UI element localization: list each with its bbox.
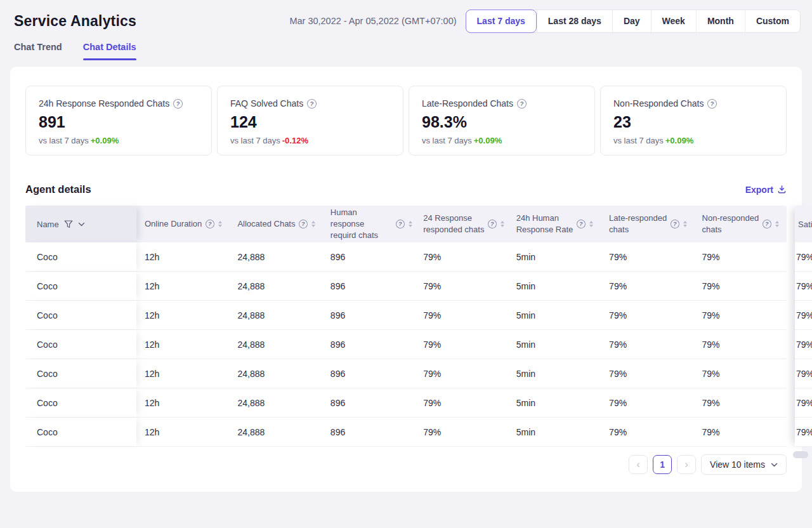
table-cell: 24,888: [229, 359, 322, 388]
range-button-month[interactable]: Month: [696, 10, 745, 32]
column-header[interactable]: 24h HumanResponse Rate?: [508, 206, 601, 242]
table-cell: 79%: [694, 330, 787, 359]
stat-cards-row: 24h Response Responded Chats ? 891 vs la…: [25, 86, 787, 155]
range-button-custom[interactable]: Custom: [745, 10, 800, 32]
help-icon[interactable]: ?: [395, 219, 405, 229]
column-header[interactable]: 24 Responseresponded chats?: [415, 206, 508, 242]
export-label: Export: [745, 185, 773, 195]
page-size-select[interactable]: View 10 items: [701, 454, 787, 475]
help-icon[interactable]: ?: [487, 219, 497, 229]
table-cell: 79%: [694, 388, 787, 417]
date-range-label: Mar 30,2022 - Apr 05,2022 (GMT+07:00): [289, 16, 456, 26]
prev-page-button[interactable]: ‹: [629, 455, 648, 474]
sort-icon[interactable]: [501, 221, 504, 227]
help-icon[interactable]: ?: [670, 219, 680, 229]
table-cell: 24,888: [229, 330, 322, 359]
table-cell: 79%: [415, 242, 508, 271]
date-range-button-group: Last 7 days Last 28 days Day Week Month …: [466, 10, 801, 33]
chevron-down-icon[interactable]: [78, 222, 85, 227]
next-page-button[interactable]: ›: [677, 455, 696, 474]
agent-name-cell: Coco: [25, 330, 136, 359]
column-header-label: Non-respondedchats: [702, 213, 759, 235]
help-icon[interactable]: ?: [707, 98, 717, 109]
table-cell: 5min: [508, 359, 601, 388]
help-icon[interactable]: ?: [516, 98, 527, 109]
stat-delta: +0.09%: [474, 136, 502, 145]
stat-card-faq-solved: FAQ Solved Chats ? 124 vs last 7 days-0.…: [217, 86, 403, 155]
horizontal-scrollbar-thumb[interactable]: [793, 451, 808, 458]
column-header[interactable]: Online Duration?: [136, 206, 229, 242]
table-cell: 896: [322, 242, 415, 271]
table-header-row: Name Online Duration?Allocated Chats?Hum…: [25, 206, 787, 242]
satisfaction-cell: 79%: [795, 418, 812, 447]
help-icon[interactable]: ?: [205, 219, 215, 229]
table-cell: 79%: [415, 388, 508, 417]
column-header[interactable]: Non-respondedchats?: [694, 206, 787, 242]
stat-card-label: Late-Responded Chats: [422, 98, 513, 109]
download-icon: [777, 185, 787, 194]
sort-icon[interactable]: [775, 221, 779, 227]
pagination: ‹ 1 › View 10 items: [25, 454, 787, 475]
sort-icon[interactable]: [218, 221, 222, 227]
sort-icon[interactable]: [409, 221, 412, 227]
column-header-label: Allocated Chats: [237, 218, 295, 230]
satisfaction-cell: 79%: [795, 242, 812, 272]
range-button-day[interactable]: Day: [612, 10, 651, 32]
stat-compare-label: vs last 7 days: [39, 136, 89, 145]
sort-icon[interactable]: [589, 221, 593, 227]
sort-icon[interactable]: [683, 221, 687, 227]
range-button-last-28-days[interactable]: Last 28 days: [537, 10, 612, 32]
table-cell: 79%: [694, 242, 787, 271]
main-panel: 24h Response Responded Chats ? 891 vs la…: [10, 67, 802, 492]
table-cell: 79%: [694, 301, 787, 329]
stat-card-label: 24h Response Responded Chats: [39, 98, 169, 109]
stat-card-value: 23: [613, 113, 773, 131]
table-cell: 79%: [601, 330, 693, 359]
table-cell: 79%: [694, 418, 787, 446]
table-cell: 79%: [415, 272, 508, 300]
table-cell: 79%: [415, 418, 508, 446]
range-button-week[interactable]: Week: [651, 10, 696, 32]
help-icon[interactable]: ?: [306, 98, 317, 109]
range-button-last-7-days[interactable]: Last 7 days: [466, 10, 537, 33]
column-header[interactable]: Late-respondedchats?: [601, 206, 693, 242]
column-header-satisfaction[interactable]: Satis: [795, 206, 812, 242]
chevron-down-icon: [771, 463, 778, 467]
agent-name-cell: Coco: [25, 272, 136, 300]
table-cell: 79%: [601, 418, 693, 446]
help-icon[interactable]: ?: [173, 98, 183, 109]
tab-chat-trend[interactable]: Chat Trend: [14, 42, 62, 60]
table-row: Coco12h24,88889679%5min79%79%: [25, 388, 787, 418]
table-cell: 24,888: [229, 388, 322, 417]
table-cell: 79%: [694, 272, 787, 300]
table-cell: 79%: [415, 330, 508, 359]
stat-compare-label: vs last 7 days: [422, 136, 472, 145]
table-row: Coco12h24,88889679%5min79%79%: [25, 301, 787, 330]
page-number-button[interactable]: 1: [653, 455, 672, 474]
agent-name-cell: Coco: [25, 388, 136, 417]
column-header-label: Name: [37, 220, 59, 229]
stat-compare-label: vs last 7 days: [613, 136, 664, 145]
filter-icon[interactable]: [64, 220, 73, 228]
sort-icon[interactable]: [311, 221, 315, 227]
page-header: Service Analytics Mar 30,2022 - Apr 05,2…: [0, 0, 812, 33]
column-header-label: Human responserequird chats: [331, 207, 392, 242]
table-cell: 5min: [508, 418, 601, 446]
tab-chat-details[interactable]: Chat Details: [83, 42, 136, 60]
help-icon[interactable]: ?: [299, 219, 309, 229]
stat-card-value: 124: [230, 113, 390, 131]
column-header-name[interactable]: Name: [25, 206, 136, 242]
table-cell: 24,888: [229, 418, 322, 446]
table-cell: 5min: [508, 301, 601, 329]
column-header[interactable]: Allocated Chats?: [229, 206, 322, 242]
stat-delta: +0.09%: [91, 136, 119, 145]
help-icon[interactable]: ?: [576, 219, 586, 229]
table-cell: 5min: [508, 388, 601, 417]
stat-card-value: 98.3%: [422, 113, 582, 131]
header-controls: Mar 30,2022 - Apr 05,2022 (GMT+07:00) La…: [289, 10, 801, 33]
export-button[interactable]: Export: [745, 185, 787, 195]
column-header[interactable]: Human responserequird chats?: [322, 206, 415, 242]
table-cell: 24,888: [229, 301, 322, 329]
table-cell: 5min: [508, 242, 601, 271]
help-icon[interactable]: ?: [762, 219, 772, 229]
